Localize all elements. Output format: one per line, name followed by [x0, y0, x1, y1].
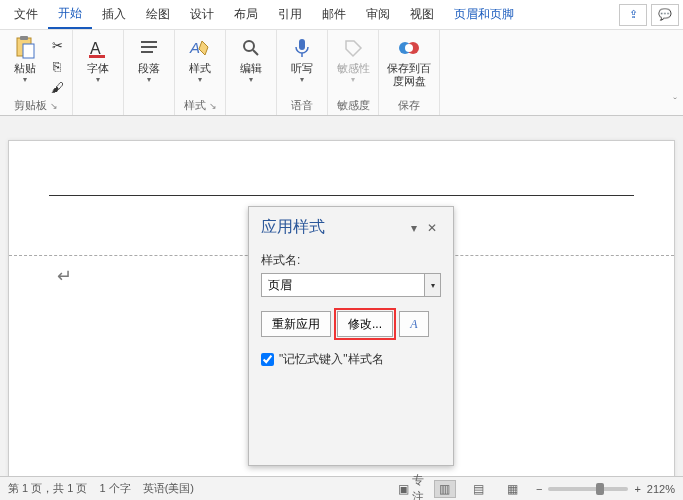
svg-line-10	[253, 50, 258, 55]
chevron-down-icon: ▾	[351, 75, 355, 84]
tab-header-footer[interactable]: 页眉和页脚	[444, 1, 524, 28]
font-icon: A	[86, 36, 110, 60]
chevron-down-icon: ▾	[96, 75, 100, 84]
group-paragraph: 段落 ▾	[124, 30, 175, 115]
chevron-down-icon: ▾	[23, 75, 27, 84]
svg-rect-1	[20, 36, 28, 40]
font-button[interactable]: A 字体 ▾	[79, 34, 117, 96]
zoom-in-button[interactable]: +	[634, 483, 640, 495]
chevron-down-icon: ▾	[147, 75, 151, 84]
comment-button[interactable]: 💬	[651, 4, 679, 26]
chevron-down-icon: ▾	[431, 281, 435, 290]
svg-rect-4	[89, 55, 105, 58]
pane-menu-button[interactable]: ▾	[405, 221, 423, 235]
zoom-level[interactable]: 212%	[647, 483, 675, 495]
svg-rect-11	[299, 39, 305, 50]
focus-mode-button[interactable]: ▣专注	[400, 480, 422, 498]
copy-icon: ⎘	[53, 59, 61, 74]
style-name-input[interactable]	[261, 273, 425, 297]
group-dictate: 听写 ▾ 语音	[277, 30, 328, 115]
group-editing: 编辑 ▾	[226, 30, 277, 115]
paste-button[interactable]: 粘贴 ▾	[6, 34, 44, 96]
group-font: A 字体 ▾	[73, 30, 124, 115]
cut-button[interactable]: ✂	[48, 36, 66, 54]
tab-view[interactable]: 视图	[400, 1, 444, 28]
pane-title: 应用样式	[261, 217, 405, 238]
brush-icon: 🖌	[51, 80, 64, 95]
autocomplete-checkbox[interactable]	[261, 353, 274, 366]
copy-button[interactable]: ⎘	[48, 57, 66, 75]
tab-file[interactable]: 文件	[4, 1, 48, 28]
share-icon: ⇪	[629, 8, 638, 21]
tab-mail[interactable]: 邮件	[312, 1, 356, 28]
dictate-button[interactable]: 听写 ▾	[283, 34, 321, 96]
styles-icon: A	[188, 36, 212, 60]
page-count[interactable]: 第 1 页，共 1 页	[8, 481, 87, 496]
tab-insert[interactable]: 插入	[92, 1, 136, 28]
pane-close-button[interactable]: ✕	[423, 221, 441, 235]
clipboard-launcher[interactable]: ↘	[50, 101, 58, 111]
format-painter-button[interactable]: 🖌	[48, 78, 66, 96]
language[interactable]: 英语(美国)	[143, 481, 194, 496]
paragraph-mark-icon: ↵	[57, 265, 72, 287]
paragraph-icon	[137, 36, 161, 60]
group-styles: A 样式 ▾ 样式↘	[175, 30, 226, 115]
styles-launcher[interactable]: ↘	[209, 101, 217, 111]
sensitivity-button[interactable]: 敏感性 ▾	[334, 34, 372, 96]
search-icon	[239, 36, 263, 60]
menu-bar: 文件 开始 插入 绘图 设计 布局 引用 邮件 审阅 视图 页眉和页脚 ⇪ 💬	[0, 0, 683, 30]
read-mode-button[interactable]: ▤	[468, 480, 490, 498]
autocomplete-label: "记忆式键入"样式名	[279, 351, 384, 368]
modify-button[interactable]: 修改...	[337, 311, 393, 337]
tab-home[interactable]: 开始	[48, 0, 92, 29]
cloud-icon	[397, 36, 421, 60]
apply-styles-pane: 应用样式 ▾ ✕ 样式名: ▾ 重新应用 修改... A "记忆式键入"样式名	[248, 206, 454, 466]
comment-icon: 💬	[658, 8, 672, 21]
zoom-slider[interactable]	[548, 487, 628, 491]
tab-references[interactable]: 引用	[268, 1, 312, 28]
group-sensitivity: 敏感性 ▾ 敏感度	[328, 30, 379, 115]
tab-design[interactable]: 设计	[180, 1, 224, 28]
tab-layout[interactable]: 布局	[224, 1, 268, 28]
ribbon: 粘贴 ▾ ✂ ⎘ 🖌 剪贴板↘ A 字体 ▾ 段落 ▾	[0, 30, 683, 116]
svg-text:A: A	[189, 39, 200, 56]
scissors-icon: ✂	[52, 38, 63, 53]
zoom-out-button[interactable]: −	[536, 483, 542, 495]
chevron-down-icon: ▾	[249, 75, 253, 84]
style-name-label: 样式名:	[261, 252, 441, 269]
tab-review[interactable]: 审阅	[356, 1, 400, 28]
status-bar: 第 1 页，共 1 页 1 个字 英语(美国) ▣专注 ▥ ▤ ▦ − + 21…	[0, 476, 683, 500]
reapply-button[interactable]: 重新应用	[261, 311, 331, 337]
tag-icon	[341, 36, 365, 60]
svg-point-15	[405, 44, 413, 52]
tab-draw[interactable]: 绘图	[136, 1, 180, 28]
styles-pane-icon: A	[410, 317, 417, 332]
svg-text:A: A	[90, 40, 101, 57]
zoom-control: − + 212%	[536, 483, 675, 495]
editing-button[interactable]: 编辑 ▾	[232, 34, 270, 96]
styles-pane-button[interactable]: A	[399, 311, 429, 337]
paragraph-button[interactable]: 段落 ▾	[130, 34, 168, 96]
svg-rect-2	[23, 44, 34, 58]
microphone-icon	[290, 36, 314, 60]
paste-icon	[13, 36, 37, 60]
svg-point-9	[244, 41, 254, 51]
header-rule	[49, 195, 634, 196]
style-name-dropdown[interactable]: ▾	[425, 273, 441, 297]
styles-button[interactable]: A 样式 ▾	[181, 34, 219, 96]
save-cloud-button[interactable]: 保存到百度网盘	[385, 34, 433, 96]
chevron-down-icon: ▾	[198, 75, 202, 84]
print-layout-button[interactable]: ▥	[434, 480, 456, 498]
group-clipboard: 粘贴 ▾ ✂ ⎘ 🖌 剪贴板↘	[0, 30, 73, 115]
web-layout-button[interactable]: ▦	[502, 480, 524, 498]
close-icon: ✕	[427, 221, 437, 235]
collapse-ribbon-button[interactable]: ˇ	[673, 96, 677, 108]
share-button[interactable]: ⇪	[619, 4, 647, 26]
chevron-down-icon: ▾	[300, 75, 304, 84]
group-save: 保存到百度网盘 保存	[379, 30, 440, 115]
word-count[interactable]: 1 个字	[99, 481, 130, 496]
